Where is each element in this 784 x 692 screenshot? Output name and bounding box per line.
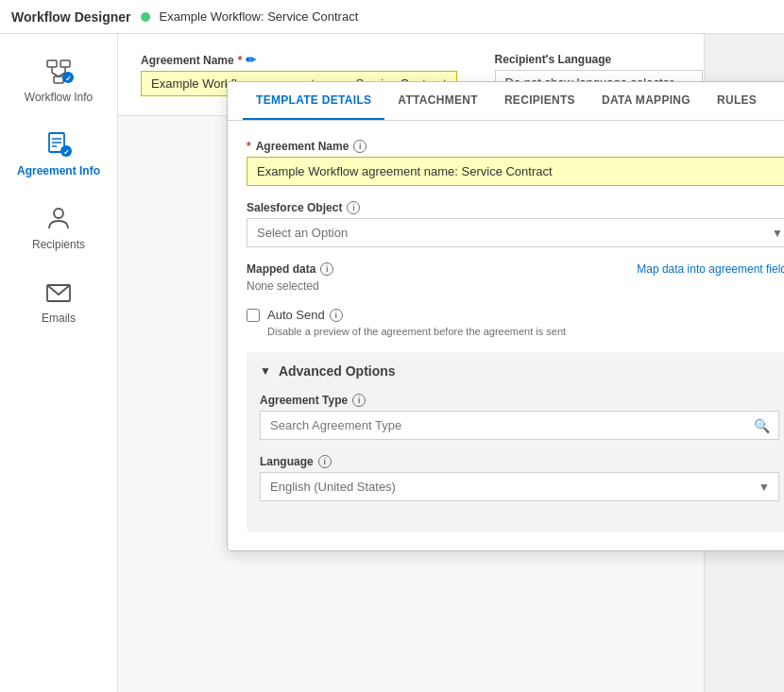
tab-attachment[interactable]: ATTACHMENT <box>384 82 491 120</box>
sidebar-item-agreement-info[interactable]: ✓ Agreement Info <box>0 117 117 191</box>
svg-rect-0 <box>47 60 57 67</box>
content-area: Agreement Name * ✏ Example Workflow agre… <box>118 34 784 692</box>
agreement-name-input[interactable] <box>247 157 784 186</box>
workflow-info-icon: ✓ <box>43 57 74 87</box>
tab-rules[interactable]: RULES <box>704 82 770 120</box>
sidebar-item-emails[interactable]: Emails <box>0 264 117 338</box>
sidebar-item-label: Recipients <box>32 238 85 251</box>
salesforce-object-select[interactable]: Select an Option <box>247 218 784 247</box>
language-select[interactable]: English (United States) French (France) … <box>260 472 779 501</box>
recipients-icon <box>43 204 74 234</box>
sidebar-item-label: Workflow Info <box>25 91 93 104</box>
form-row-mapped-data: Mapped data i Map data into agreement fi… <box>247 262 784 293</box>
required-star: * <box>238 54 243 67</box>
app-title: Workflow Designer <box>11 9 131 25</box>
tab-template-details[interactable]: TEMPLATE DETAILS <box>243 82 384 120</box>
salesforce-object-info-icon[interactable]: i <box>347 201 360 214</box>
agreement-type-search[interactable] <box>260 411 779 440</box>
edit-icon[interactable]: ✏ <box>246 53 256 67</box>
sidebar-item-workflow-info[interactable]: ✓ Workflow Info <box>0 43 117 117</box>
agreement-type-label: Agreement Type i <box>260 394 779 407</box>
language-info-icon[interactable]: i <box>318 455 332 468</box>
svg-point-15 <box>54 209 63 218</box>
advanced-options-body: Agreement Type i 🔍 Language <box>247 390 784 532</box>
sidebar-item-label: Emails <box>42 312 76 325</box>
agreement-name-info-icon[interactable]: i <box>353 140 366 153</box>
chevron-down-icon: ▼ <box>260 364 271 378</box>
tab-recipients[interactable]: RECIPIENTS <box>491 82 588 120</box>
svg-rect-2 <box>54 76 63 83</box>
mapped-data-value: None selected <box>247 279 784 293</box>
svg-rect-1 <box>60 60 70 67</box>
map-data-link[interactable]: Map data into agreement fields <box>637 262 784 276</box>
svg-text:✓: ✓ <box>63 148 70 157</box>
auto-send-help-text: Disable a preview of the agreement befor… <box>267 326 784 337</box>
status-dot <box>141 12 150 22</box>
recipients-language-label: Recipient's Language <box>495 53 703 66</box>
modal-body: * Agreement Name i Salesforce Object i S… <box>228 121 784 550</box>
top-bar: Workflow Designer Example Workflow: Serv… <box>0 0 784 34</box>
auto-send-checkbox[interactable] <box>247 309 260 322</box>
salesforce-object-select-wrapper: Select an Option ▼ <box>247 218 784 247</box>
search-icon: 🔍 <box>754 418 770 433</box>
sidebar-item-label: Agreement Info <box>17 164 100 177</box>
agreement-type-info-icon[interactable]: i <box>352 394 366 407</box>
tab-data-mapping[interactable]: DATA MAPPING <box>588 82 704 120</box>
svg-text:✓: ✓ <box>65 75 72 83</box>
auto-send-info-icon[interactable]: i <box>330 309 343 322</box>
sidebar-item-recipients[interactable]: Recipients <box>0 191 117 264</box>
advanced-options-section: ▼ Advanced Options Agreement Type i <box>247 352 784 532</box>
salesforce-object-label: Salesforce Object i <box>247 201 784 214</box>
mapped-data-info-icon[interactable]: i <box>320 262 333 276</box>
form-row-agreement-name: * Agreement Name i <box>247 140 784 186</box>
sidebar: ✓ Workflow Info ✓ Agreement Info <box>0 34 118 692</box>
advanced-options-header[interactable]: ▼ Advanced Options <box>247 352 784 390</box>
agreement-name-label: Agreement Name * ✏ <box>141 53 457 67</box>
agreement-info-icon: ✓ <box>43 130 74 160</box>
tabs-bar: TEMPLATE DETAILS ATTACHMENT RECIPIENTS D… <box>228 82 784 121</box>
form-row-agreement-type: Agreement Type i 🔍 <box>260 394 779 440</box>
language-label: Language i <box>260 455 779 468</box>
form-row-salesforce-object: Salesforce Object i Select an Option ▼ <box>247 201 784 247</box>
agreement-name-form-label: * Agreement Name i <box>247 140 784 153</box>
form-row-auto-send: Auto Send i Disable a preview of the agr… <box>247 308 784 337</box>
modal-dialog: TEMPLATE DETAILS ATTACHMENT RECIPIENTS D… <box>227 81 784 551</box>
form-row-language: Language i English (United States) Frenc… <box>260 455 779 501</box>
workflow-name: Example Workflow: Service Contract <box>160 9 359 24</box>
main-layout: ✓ Workflow Info ✓ Agreement Info <box>0 34 784 692</box>
emails-icon <box>43 278 74 308</box>
language-select-wrapper: English (United States) French (France) … <box>260 472 779 501</box>
